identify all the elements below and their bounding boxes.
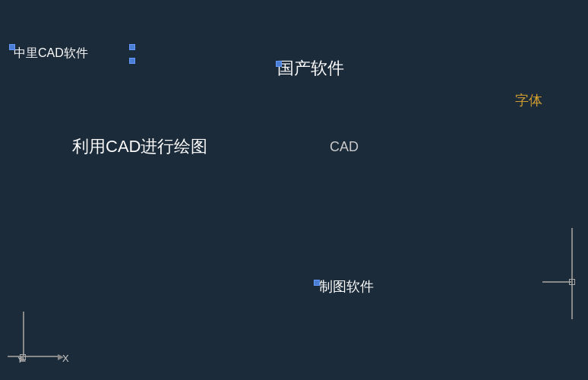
right-horizontal-line	[542, 281, 573, 283]
bottom-center-label: 制图软件	[319, 277, 374, 296]
center-top-label: 国产软件	[277, 57, 344, 80]
origin-square	[20, 354, 26, 360]
handle-bottom-center[interactable]	[314, 280, 320, 286]
top-left-label: 中里CAD软件	[14, 46, 88, 62]
right-vertical-line	[571, 228, 573, 319]
handle-tl-3[interactable]	[129, 58, 135, 64]
handle-tl-1[interactable]	[9, 44, 15, 50]
cad-canvas: 中里CAD软件 国产软件 字体 利用CAD进行绘图 CAD 制图软件 Y X	[0, 0, 588, 380]
main-drawing-label: 利用CAD进行绘图	[72, 135, 207, 158]
cad-label: CAD	[330, 139, 359, 155]
handle-center-top[interactable]	[276, 61, 282, 67]
right-square-handle[interactable]	[569, 279, 575, 285]
x-axis-label: X	[62, 353, 69, 364]
y-axis-line	[23, 312, 24, 357]
top-right-label: 字体	[515, 91, 542, 109]
handle-tl-2[interactable]	[129, 44, 135, 50]
